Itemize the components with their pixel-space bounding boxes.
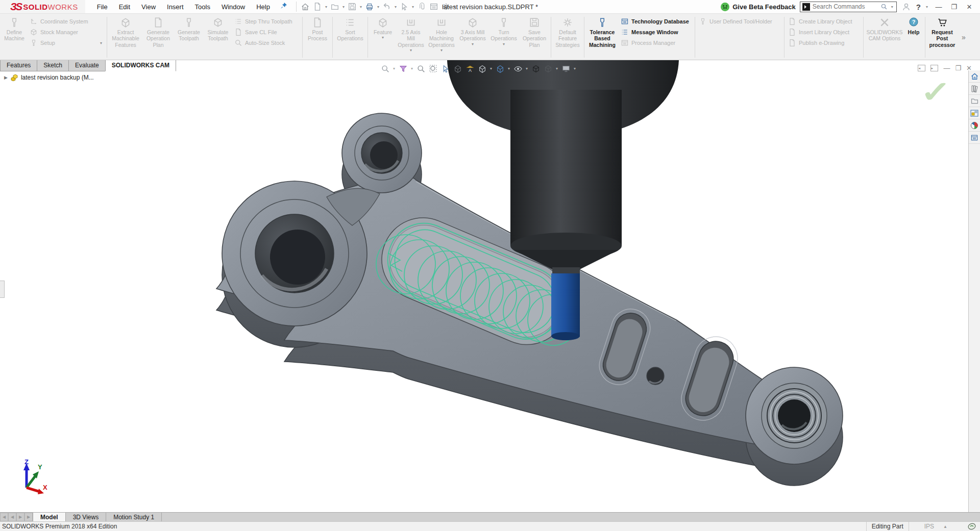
tab-solidworks-cam[interactable]: SOLIDWORKS CAM [105,60,176,71]
tab-features[interactable]: Features [0,60,37,71]
ribbon-step-thru-toolpath[interactable]: Step Thru Toolpath [234,16,299,27]
hide-annotations-icon[interactable]: A [464,63,475,74]
ribbon-default-feature-strategies[interactable]: Default Feature Strategies [553,15,582,60]
save-dropdown-icon[interactable]: ▾ [360,5,362,9]
doc-minimize-button[interactable]: — [943,64,950,72]
ribbon-sort-operations[interactable]: Sort Operations [334,15,366,60]
axis3-dropdown-icon[interactable]: ▾ [472,42,474,46]
new-document-dropdown-icon[interactable]: ▾ [325,5,327,9]
ribbon-publish-edrawing[interactable]: Publish e-Drawing [788,38,860,48]
close-button[interactable]: ✕ [964,2,975,12]
3d-model-scene[interactable] [0,60,968,512]
zoom-to-fit-icon[interactable] [380,63,390,74]
feature-dropdown-icon[interactable]: ▾ [382,35,384,40]
taskpane-appearances-icon[interactable] [969,119,980,132]
zoom-in-out-icon[interactable] [415,63,426,74]
units-selector[interactable]: IPS [909,523,943,530]
ribbon-request-post-processor[interactable]: Request Post processor [927,15,958,60]
menu-file[interactable]: File [92,1,112,13]
tree-expand-icon[interactable]: ▶ [4,75,8,80]
give-beta-feedback-button[interactable]: Give Beta Feedback [721,3,796,11]
tab-sketch[interactable]: Sketch [37,60,69,71]
taskpane-design-library-icon[interactable] [969,107,980,119]
selection-filter-icon[interactable] [398,63,408,74]
ribbon-user-defined-tool-holder[interactable]: User Defined Tool/Holder [699,16,780,27]
user-account-icon[interactable] [901,1,912,12]
pane-left-button[interactable]: ◂ [918,65,925,71]
rotate-view-icon[interactable] [440,63,451,74]
select-button[interactable] [399,1,410,12]
print-dropdown-icon[interactable]: ▾ [377,5,379,9]
ribbon-post-process[interactable]: Post Process [304,15,331,60]
pin-menu-icon[interactable] [280,2,288,12]
view-orientation-icon[interactable] [477,63,487,74]
tab-motion-study-1[interactable]: Motion Study 1 [106,513,162,521]
ribbon-generate-toolpath[interactable]: Generate Toolpath [174,15,204,60]
edit-appearance-icon[interactable] [530,63,541,74]
ribbon-auto-size-stock[interactable]: Auto-Size Stock [234,38,299,48]
home-button[interactable] [300,1,311,12]
ribbon-solidworks-cam-options[interactable]: SOLIDWORKS CAM Options [865,15,904,60]
hide-show-dropdown-icon[interactable]: ▾ [526,66,528,71]
new-document-button[interactable] [312,1,323,12]
ribbon-define-machine[interactable]: Define Machine [1,15,28,60]
ribbon-overflow-chevron[interactable]: » [958,33,970,41]
display-style-dropdown-icon[interactable]: ▾ [508,66,510,71]
menu-help[interactable]: Help [252,1,275,13]
open-dropdown-icon[interactable]: ▾ [342,5,345,9]
feature-tree-root[interactable]: ▶ latest revision backup (M... [4,74,94,81]
ribbon-message-window[interactable]: Message Window [621,27,691,37]
taskpane-resources-icon[interactable] [969,83,980,95]
select-dropdown-icon[interactable]: ▾ [412,5,414,9]
tab-evaluate[interactable]: Evaluate [68,60,106,71]
tab-3d-views[interactable]: 3D Views [66,513,106,521]
ribbon-save-cl-file[interactable]: Save CL File [234,27,299,37]
search-commands-box[interactable]: ▾ [800,2,897,12]
minimize-button[interactable]: — [933,2,944,12]
ribbon-process-manager[interactable]: Process Manager [621,38,691,48]
save-button[interactable] [347,1,358,12]
ribbon-coordinate-system[interactable]: Coordinate System [30,16,103,27]
left-panel-flyout-tab[interactable] [0,281,5,298]
ribbon-25-axis-mill-operations[interactable]: 2.5 Axis Mill Operations ▾ [396,15,426,60]
ribbon-extract-machinable-features[interactable]: Extract Machinable Features [109,15,142,60]
taskpane-file-explorer-icon[interactable] [969,95,980,107]
search-dropdown-icon[interactable]: ▾ [891,5,893,9]
scene-dropdown-icon[interactable]: ▾ [556,66,558,71]
axis25-dropdown-icon[interactable]: ▾ [410,48,412,53]
view-settings-icon[interactable] [560,63,571,74]
menu-tools[interactable]: Tools [190,1,215,13]
taskpane-home-icon[interactable] [969,70,980,83]
view-settings-dropdown-icon[interactable]: ▾ [574,66,576,71]
section-view-icon[interactable] [452,63,463,74]
display-style-icon[interactable] [495,63,505,74]
options-dropdown-icon[interactable]: ▾ [454,5,456,9]
search-input[interactable] [813,3,878,10]
attach-icon[interactable] [416,1,427,12]
menu-view[interactable]: View [137,1,160,13]
turn-operations-dropdown-icon[interactable]: ▾ [503,42,505,46]
open-button[interactable] [329,1,340,12]
zoom-dropdown-icon[interactable]: ▾ [393,66,395,71]
zoom-to-area-icon[interactable] [428,63,438,74]
tab-first-button[interactable]: ◀ [0,513,8,521]
ribbon-turn-operations[interactable]: Turn Operations ▾ [488,15,520,60]
options-gear-button[interactable] [440,1,452,12]
tab-prev-button[interactable]: ◀ [8,513,16,521]
ribbon-simulate-toolpath[interactable]: Simulate Toolpath [204,15,232,60]
ribbon-hole-machining-operations[interactable]: Hole Machining Operations ▾ [426,15,457,60]
ribbon-tolerance-based-machining[interactable]: Tolerance Based Machining [586,15,619,60]
tab-model[interactable]: Model [33,513,66,521]
taskpane-custom-properties-icon[interactable] [969,132,980,144]
hide-show-items-icon[interactable] [512,63,523,74]
ribbon-3-axis-mill-operations[interactable]: 3 Axis Mill Operations ▾ [457,15,488,60]
menu-window[interactable]: Window [217,1,250,13]
menu-edit[interactable]: Edit [114,1,135,13]
properties-button[interactable] [428,1,439,12]
ribbon-generate-operation-plan[interactable]: Generate Operation Plan [142,15,174,60]
restore-button[interactable]: ❐ [948,2,960,12]
apply-scene-icon[interactable] [543,63,553,74]
setup-dropdown-icon[interactable]: ▾ [100,41,102,45]
ribbon-stock-manager[interactable]: Stock Manager [30,27,103,37]
help-dropdown-icon[interactable]: ▾ [926,5,928,9]
